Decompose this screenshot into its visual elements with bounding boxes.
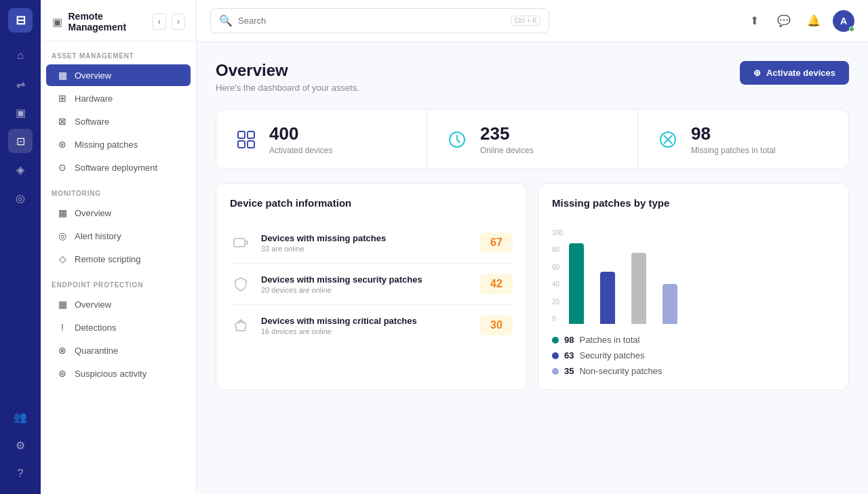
stat-online-info: 235 Online devices — [480, 123, 534, 155]
sidebar-item-label: Software deployment — [75, 163, 157, 173]
patch-item-missing: Devices with missing patches 33 are onli… — [230, 222, 513, 264]
sidebar-item-label: Software — [75, 117, 109, 127]
app-logo[interactable]: ⊟ — [8, 8, 33, 33]
sidebar-item-software-deployment[interactable]: ⊙ Software deployment — [46, 157, 191, 178]
y-label-5: 100 — [552, 229, 564, 236]
patch-security-info: Devices with missing security patches 20… — [261, 274, 471, 294]
bar-group-2 — [600, 272, 615, 324]
svg-rect-3 — [248, 141, 254, 148]
page-subtitle: Here's the dashboard of your assets. — [216, 83, 359, 93]
search-shortcut: Ctrl + K — [511, 16, 540, 26]
sidebar-item-label: Overview — [75, 300, 111, 310]
legend-count-total: 98 — [564, 335, 574, 345]
sidebar-item-quarantine[interactable]: ⊗ Quarantine — [46, 339, 191, 361]
patch-panel-title: Device patch information — [230, 197, 513, 209]
nav-home[interactable]: ⌂ — [8, 43, 33, 68]
y-label-3: 60 — [552, 264, 564, 271]
patch-critical-sub: 16 devices are online — [261, 327, 471, 335]
sidebar-item-label: Missing patches — [75, 140, 138, 150]
chat-icon-btn[interactable]: 💬 — [773, 10, 795, 32]
patch-critical-badge: 30 — [480, 315, 513, 335]
sidebar-header-icon: ▣ — [52, 15, 63, 28]
stat-missing-patches: 98 Missing patches in total — [638, 110, 848, 169]
stat-activated-number: 400 — [269, 123, 332, 144]
sidebar-item-detections[interactable]: ! Detections — [46, 316, 191, 338]
patch-security-icon — [230, 273, 252, 295]
sidebar-item-label: Hardware — [75, 94, 113, 104]
icon-sidebar: ⊟ ⌂ ⇌ ▣ ⊡ ◈ ◎ 👥 ⚙ ? — [0, 0, 41, 494]
nav-gear[interactable]: ⚙ — [8, 433, 33, 457]
detections-icon: ! — [57, 322, 68, 333]
legend-count-nonsecurity: 35 — [564, 366, 574, 376]
page-header: Overview Here's the dashboard of your as… — [216, 61, 849, 93]
legend-label-total: Patches in total — [579, 335, 639, 345]
y-label-4: 80 — [552, 246, 564, 253]
nav-diamond[interactable]: ◈ — [8, 157, 33, 182]
bar-nonsecurity-2 — [663, 284, 677, 324]
sidebar-header: ▣ Remote Management ‹ › — [41, 0, 196, 41]
patch-item-security: Devices with missing security patches 20… — [230, 264, 513, 305]
ep-overview-icon: ▦ — [57, 299, 68, 310]
sidebar-item-label: Remote scripting — [75, 254, 141, 264]
stat-online-icon — [443, 126, 471, 153]
deployment-icon: ⊙ — [57, 162, 68, 173]
chart-panel: Missing patches by type 0 20 40 60 80 10… — [538, 183, 849, 390]
sidebar-item-suspicious[interactable]: ⊛ Suspicious activity — [46, 363, 191, 384]
legend-dot-total — [552, 337, 559, 344]
software-icon: ⊠ — [57, 116, 68, 127]
bar-group-1 — [569, 243, 584, 324]
patch-missing-info: Devices with missing patches 33 are onli… — [261, 233, 471, 253]
sidebar: ▣ Remote Management ‹ › ASSET MANAGEMENT… — [41, 0, 197, 494]
quarantine-icon: ⊗ — [57, 345, 68, 356]
sidebar-item-overview[interactable]: ▦ Overview — [46, 64, 191, 86]
stat-online-number: 235 — [480, 123, 534, 144]
topbar-actions: ⬆ 💬 🔔 A — [743, 10, 854, 32]
avatar[interactable]: A — [833, 10, 854, 32]
legend-dot-nonsecurity — [552, 368, 559, 375]
patch-security-sub: 20 devices are online — [261, 286, 471, 294]
bell-icon-btn[interactable]: 🔔 — [803, 10, 825, 32]
sidebar-item-hardware[interactable]: ⊞ Hardware — [46, 87, 191, 109]
sidebar-nav-forward[interactable]: › — [172, 14, 185, 30]
search-input[interactable] — [238, 16, 505, 26]
sidebar-nav-back[interactable]: ‹ — [153, 14, 166, 30]
chart-legend: 98 Patches in total 63 Security patches … — [552, 335, 835, 376]
nav-filter[interactable]: ⇌ — [8, 72, 33, 96]
patch-security-badge: 42 — [480, 274, 513, 294]
sidebar-item-label: Quarantine — [75, 346, 118, 356]
search-box[interactable]: 🔍 Ctrl + K — [210, 8, 549, 33]
sidebar-item-alert-history[interactable]: ◎ Alert history — [46, 225, 191, 247]
nav-patch[interactable]: ⊡ — [8, 129, 33, 153]
stat-missing-patches-icon — [654, 126, 682, 153]
stat-online-label: Online devices — [480, 146, 534, 155]
patch-critical-title: Devices with missing critical patches — [261, 316, 471, 326]
sidebar-item-software[interactable]: ⊠ Software — [46, 110, 191, 132]
y-label-2: 40 — [552, 281, 564, 288]
activate-plus-icon: ⊕ — [753, 68, 761, 78]
activate-devices-button[interactable]: ⊕ Activate devices — [740, 61, 849, 85]
patch-panel: Device patch information Devices with mi… — [216, 183, 527, 390]
nav-shield[interactable]: ◎ — [8, 186, 33, 210]
sidebar-item-ep-overview[interactable]: ▦ Overview — [46, 293, 191, 315]
panels-row: Device patch information Devices with mi… — [216, 183, 849, 390]
sidebar-item-missing-patches[interactable]: ⊛ Missing patches — [46, 133, 191, 155]
y-label-1: 20 — [552, 298, 564, 306]
overview-icon: ▦ — [57, 70, 68, 81]
nav-users[interactable]: 👥 — [8, 405, 33, 429]
patch-item-critical: Devices with missing critical patches 16… — [230, 305, 513, 346]
sidebar-item-remote-scripting[interactable]: ◇ Remote scripting — [46, 248, 191, 270]
sidebar-item-label: Detections — [75, 323, 116, 333]
svg-rect-1 — [248, 131, 254, 138]
sidebar-item-mon-overview[interactable]: ▦ Overview — [46, 202, 191, 224]
nav-monitor[interactable]: ▣ — [8, 100, 33, 125]
bar-nonsecurity-1 — [631, 253, 646, 324]
stat-activated-info: 400 Activated devices — [269, 123, 332, 155]
bar-security — [600, 272, 615, 324]
svg-rect-2 — [238, 141, 245, 148]
svg-rect-0 — [238, 131, 245, 138]
bar-group-4 — [663, 284, 677, 324]
nav-help[interactable]: ? — [8, 461, 33, 486]
hardware-icon: ⊞ — [57, 93, 68, 104]
stat-missing-info: 98 Missing patches in total — [691, 123, 776, 155]
upload-icon-btn[interactable]: ⬆ — [743, 10, 765, 32]
